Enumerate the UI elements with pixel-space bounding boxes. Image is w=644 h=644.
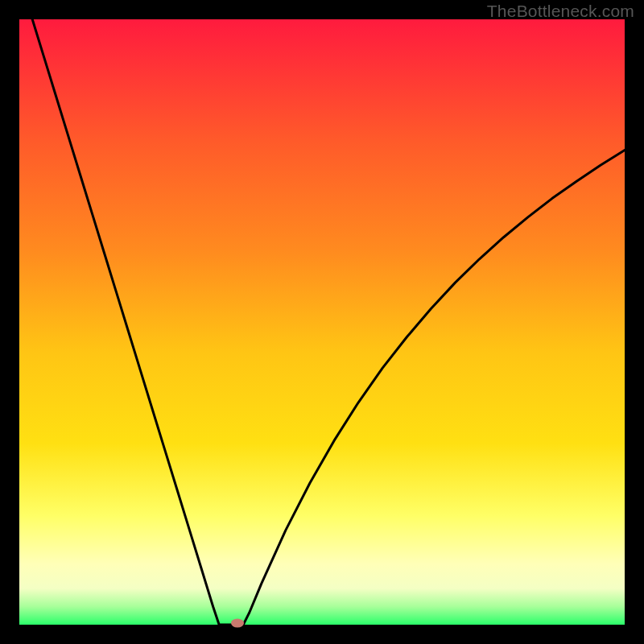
watermark-text: TheBottleneck.com — [487, 2, 634, 21]
minimum-marker — [231, 619, 244, 628]
chart-frame: TheBottleneck.com — [0, 0, 644, 644]
bottleneck-curve — [19, 19, 625, 625]
